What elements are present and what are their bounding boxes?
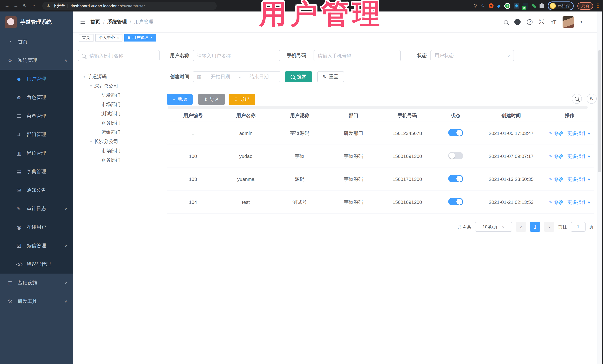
sidebar-item-post-mgmt[interactable]: ▥ 岗位管理: [0, 144, 73, 162]
export-button[interactable]: ↧ 导出: [229, 94, 255, 105]
extension-leaf-icon[interactable]: [532, 3, 536, 8]
security-label[interactable]: 不安全: [53, 3, 65, 9]
search-button[interactable]: 搜索: [285, 71, 312, 82]
status-toggle[interactable]: [448, 152, 463, 159]
table-horizontal-scrollbar[interactable]: [168, 106, 588, 109]
sidebar-item-error-code[interactable]: </> 错误码管理: [0, 255, 73, 274]
sidebar-item-dept-mgmt[interactable]: ⌗ 部门管理: [0, 125, 73, 144]
window-scrollbar[interactable]: [597, 11, 602, 364]
sidebar-item-menu-mgmt[interactable]: ☰ 菜单管理: [0, 107, 73, 125]
address-bar[interactable]: ⚠ 不安全 dashboard.yudao.iocoder.cn/system/…: [42, 2, 217, 10]
extension-ubuntu-icon[interactable]: [489, 3, 494, 8]
browser-home-icon[interactable]: ⌂: [31, 3, 36, 9]
sidebar-item-dict-mgmt[interactable]: ▤ 字典管理: [0, 162, 73, 181]
sidebar-item-sms-mgmt[interactable]: ☑ 短信管理 ∨: [0, 236, 73, 255]
logo-row[interactable]: 芋道管理系统: [0, 11, 73, 33]
sidebar-toggle-icon[interactable]: [79, 20, 85, 24]
more-actions-link[interactable]: 更多操作∨: [567, 130, 590, 137]
extension-drop-icon[interactable]: ◆: [497, 3, 500, 8]
window-edge: [602, 11, 603, 364]
add-button[interactable]: + 新增: [167, 94, 193, 105]
tree-node-dept[interactable]: 测试部门: [101, 109, 121, 118]
tab-close-icon[interactable]: ×: [117, 36, 119, 40]
active-tab-dot: [128, 36, 130, 39]
browser-profile-chip[interactable]: 已暂停: [548, 1, 574, 10]
browser-update-button[interactable]: 更新: [577, 2, 593, 10]
tab-close-icon[interactable]: ×: [150, 36, 152, 40]
sidebar-item-system[interactable]: ⚙ 系统管理 ∧: [0, 51, 73, 70]
tree-node-dept[interactable]: 研发部门: [101, 90, 121, 100]
dept-search-input[interactable]: [78, 50, 160, 61]
status-toggle[interactable]: [448, 198, 463, 205]
mobile-input[interactable]: [313, 50, 401, 61]
tree-expand-icon[interactable]: ▾: [90, 140, 92, 143]
page-1-button[interactable]: 1: [530, 222, 540, 232]
tree-node-root[interactable]: ▾芋道源码: [83, 72, 107, 81]
more-actions-link[interactable]: 更多操作∨: [567, 153, 590, 160]
tree-expand-icon[interactable]: ▾: [83, 75, 85, 78]
help-icon[interactable]: ?: [527, 19, 533, 25]
fullscreen-icon[interactable]: ↖↗↙↘: [539, 19, 545, 24]
sidebar-item-dev-tools[interactable]: ⚒ 研发工具 ∨: [0, 292, 73, 311]
reset-button[interactable]: ↻ 重置: [317, 71, 344, 82]
caret-down-icon[interactable]: ▾: [580, 20, 582, 24]
edit-link[interactable]: ✎修改: [549, 130, 564, 137]
sidebar-item-home[interactable]: ◔ 首页: [0, 33, 73, 51]
bookmark-star-icon[interactable]: ☆: [481, 3, 485, 9]
url-text[interactable]: dashboard.yudao.iocoder.cn/system/user: [70, 3, 145, 8]
breadcrumb-home[interactable]: 首页: [91, 19, 100, 25]
tree-expand-icon[interactable]: ▾: [90, 84, 92, 88]
tree-node-branch[interactable]: ▾长沙分公司: [90, 137, 118, 146]
search-icon[interactable]: [504, 20, 508, 24]
scrollbar-thumb[interactable]: [598, 50, 601, 172]
range-separator: -: [237, 74, 242, 79]
next-page-button[interactable]: ›: [544, 222, 554, 232]
username-input[interactable]: [193, 50, 280, 61]
extension-y-icon[interactable]: y: [504, 3, 510, 9]
status-toggle[interactable]: [448, 129, 463, 136]
sidebar-item-audit-log[interactable]: ✎ 审计日志 ∨: [0, 199, 73, 218]
tab-profile[interactable]: 个人中心 ×: [95, 34, 122, 41]
show-search-circle-button[interactable]: [572, 94, 582, 104]
browser-back-icon[interactable]: ←: [4, 3, 10, 9]
password-key-icon[interactable]: ⚲: [473, 3, 477, 9]
tree-node-dept[interactable]: 财务部门: [101, 155, 121, 165]
edit-link[interactable]: ✎修改: [549, 199, 564, 206]
tree-node-company[interactable]: ▾深圳总公司: [90, 81, 118, 90]
font-size-icon[interactable]: TT: [551, 19, 557, 25]
tree-node-dept[interactable]: 财务部门: [101, 118, 121, 128]
page-size-select[interactable]: 10条/页 ∨: [475, 222, 512, 232]
refresh-circle-button[interactable]: ↻: [587, 94, 597, 104]
import-button[interactable]: ↥ 导入: [198, 94, 225, 105]
extension-grid-icon[interactable]: [514, 3, 519, 8]
status-toggle[interactable]: [448, 175, 463, 182]
edit-link[interactable]: ✎修改: [549, 153, 564, 160]
browser-menu-icon[interactable]: [597, 3, 599, 8]
status-select[interactable]: 用户状态 ∨: [430, 50, 514, 61]
user-avatar[interactable]: [563, 16, 574, 28]
tab-user-mgmt[interactable]: 用户管理 ×: [124, 34, 156, 41]
extension-switch-icon[interactable]: on: [523, 3, 528, 9]
tab-home[interactable]: 首页: [79, 34, 93, 41]
goto-page-input[interactable]: [571, 222, 586, 232]
sidebar-item-infrastructure[interactable]: ▢ 基础设施 ∨: [0, 274, 73, 292]
sidebar-item-role-mgmt[interactable]: ☻ 角色管理: [0, 88, 73, 107]
more-actions-link[interactable]: 更多操作∨: [567, 199, 590, 206]
github-icon[interactable]: [514, 19, 521, 25]
table-row: 1 admin 芋道源码 研发部门 15612345678 2021-01-05…: [167, 122, 594, 145]
prev-page-button[interactable]: ‹: [516, 222, 526, 232]
edit-icon: ✎: [549, 200, 553, 205]
date-range-picker[interactable]: ▦ 开始日期 - 结束日期: [193, 71, 280, 82]
sidebar-item-notice[interactable]: ✉ 通知公告: [0, 181, 73, 199]
tree-node-dept[interactable]: 市场部门: [101, 100, 121, 109]
browser-forward-icon[interactable]: →: [13, 3, 19, 9]
browser-reload-icon[interactable]: ↻: [22, 3, 27, 9]
extensions-puzzle-icon[interactable]: [540, 3, 544, 8]
breadcrumb-system[interactable]: 系统管理: [107, 19, 127, 25]
tree-node-dept[interactable]: 运维部门: [101, 128, 121, 137]
tree-node-dept[interactable]: 市场部门: [101, 146, 121, 155]
sidebar-item-user-mgmt[interactable]: ☻ 用户管理: [0, 70, 73, 88]
more-actions-link[interactable]: 更多操作∨: [567, 176, 590, 183]
sidebar-item-online-users[interactable]: ◉ 在线用户: [0, 218, 73, 236]
edit-link[interactable]: ✎修改: [549, 176, 564, 183]
